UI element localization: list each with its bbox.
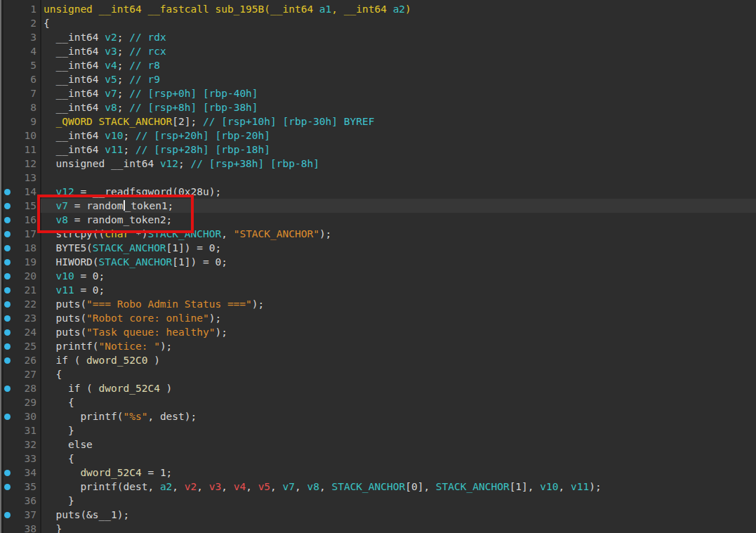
code-text[interactable]: puts(&s__1);: [37, 508, 129, 522]
code-text[interactable]: }: [37, 522, 62, 533]
code-line[interactable]: 24 puts("Task queue: healthy");: [0, 325, 756, 339]
code-text[interactable]: __int64 v10; // [rsp+20h] [rbp-20h]: [37, 129, 270, 143]
code-text[interactable]: v10 = 0;: [37, 269, 105, 283]
code-text[interactable]: else: [37, 437, 93, 452]
code-line[interactable]: 35 printf(dest, a2, v2, v3, v4, v5, v7, …: [0, 480, 756, 494]
code-token: v4: [105, 60, 117, 71]
code-token: v11: [105, 144, 123, 155]
breakpoint-dot-icon[interactable]: [4, 329, 11, 336]
code-text[interactable]: puts("Robot core: online");: [37, 311, 221, 325]
breakpoint-dot-icon[interactable]: [4, 414, 11, 420]
code-line[interactable]: 3 __int64 v2; // rdx: [0, 30, 756, 44]
code-text[interactable]: printf("Notice: ");: [37, 339, 172, 353]
code-text[interactable]: BYTE5(STACK_ANCHOR[1]) = 0;: [37, 241, 221, 255]
code-text[interactable]: HIWORD(STACK_ANCHOR[1]) = 0;: [37, 255, 227, 269]
code-line[interactable]: 9 _QWORD STACK_ANCHOR[2]; // [rsp+10h] […: [0, 114, 756, 129]
code-text[interactable]: printf("%s", dest);: [37, 409, 197, 423]
code-text[interactable]: __int64 v5; // r9: [37, 72, 160, 86]
breakpoint-dot-icon[interactable]: [4, 259, 11, 265]
code-line[interactable]: 13: [0, 171, 756, 185]
code-text[interactable]: _QWORD STACK_ANCHOR[2]; // [rsp+10h] [rb…: [37, 114, 374, 129]
code-line[interactable]: 11 __int64 v11; // [rsp+28h] [rbp-18h]: [0, 143, 756, 157]
code-line[interactable]: 37 puts(&s__1);: [0, 508, 756, 522]
code-line[interactable]: 8 __int64 v8; // [rsp+8h] [rbp-38h]: [0, 100, 756, 114]
breakpoint-dot-icon[interactable]: [4, 287, 11, 294]
code-text[interactable]: __int64 v8; // [rsp+8h] [rbp-38h]: [37, 100, 258, 114]
code-line[interactable]: 5 __int64 v4; // r8: [0, 58, 756, 72]
code-line[interactable]: 23 puts("Robot core: online");: [0, 311, 756, 325]
breakpoint-dot-icon[interactable]: [4, 273, 11, 279]
code-token: printf(: [44, 411, 124, 422]
code-text[interactable]: __int64 v2; // rdx: [37, 30, 166, 44]
breakpoint-dot-icon[interactable]: [4, 386, 11, 392]
code-text[interactable]: __int64 v4; // r8: [37, 58, 160, 72]
code-line[interactable]: 1unsigned __int64 __fastcall sub_195B(__…: [0, 2, 756, 16]
code-line[interactable]: 20 v10 = 0;: [0, 269, 756, 283]
code-text[interactable]: dword_52C4 = 1;: [37, 466, 172, 480]
breakpoint-dot-icon[interactable]: [4, 343, 11, 350]
code-text[interactable]: puts("=== Robo Admin Status ===");: [37, 297, 264, 311]
code-line[interactable]: 28 if ( dword_52C4 ): [0, 381, 756, 395]
code-line[interactable]: 33 {: [0, 452, 756, 466]
code-text[interactable]: if ( dword_52C0 ): [37, 353, 160, 367]
code-text[interactable]: v11 = 0;: [37, 283, 105, 297]
code-line[interactable]: 7 __int64 v7; // [rsp+0h] [rbp-40h]: [0, 86, 756, 100]
code-text[interactable]: __int64 v7; // [rsp+0h] [rbp-40h]: [37, 86, 258, 100]
code-text[interactable]: [37, 171, 44, 185]
code-text[interactable]: {: [37, 452, 74, 466]
breakpoint-dot-icon[interactable]: [4, 245, 11, 251]
code-line[interactable]: 30 printf("%s", dest);: [0, 409, 756, 423]
breakpoint-dot-icon[interactable]: [4, 231, 11, 237]
code-token: // r8: [129, 60, 160, 71]
code-text[interactable]: printf(dest, a2, v2, v3, v4, v5, v7, v8,…: [37, 480, 602, 494]
code-text[interactable]: unsigned __int64 v12; // [rsp+38h] [rbp-…: [37, 157, 319, 171]
breakpoint-dot-icon[interactable]: [4, 315, 11, 322]
code-line[interactable]: 18 BYTE5(STACK_ANCHOR[1]) = 0;: [0, 241, 756, 255]
code-line[interactable]: 22 puts("=== Robo Admin Status ===");: [0, 297, 756, 311]
code-line[interactable]: 34 dword_52C4 = 1;: [0, 466, 756, 480]
line-number: 27: [14, 367, 37, 381]
code-line[interactable]: 12 unsigned __int64 v12; // [rsp+38h] [r…: [0, 157, 756, 171]
code-line[interactable]: 6 __int64 v5; // r9: [0, 72, 756, 86]
code-line[interactable]: 19 HIWORD(STACK_ANCHOR[1]) = 0;: [0, 255, 756, 269]
code-text[interactable]: __int64 v11; // [rsp+28h] [rbp-18h]: [37, 143, 270, 157]
code-token: unsigned __int64 __fastcall sub_195B(__i…: [44, 4, 319, 15]
code-text[interactable]: __int64 v3; // rcx: [37, 44, 166, 58]
code-text[interactable]: {: [37, 367, 62, 381]
code-token: ,: [221, 481, 233, 492]
code-line[interactable]: 25 printf("Notice: ");: [0, 339, 756, 353]
code-text[interactable]: {: [37, 16, 50, 30]
code-line[interactable]: 4 __int64 v3; // rcx: [0, 44, 756, 58]
code-token: {: [44, 453, 74, 464]
breakpoint-dot-icon[interactable]: [4, 217, 11, 223]
code-line[interactable]: 31 }: [0, 423, 756, 437]
code-token: [44, 270, 55, 282]
code-token: ,: [197, 481, 208, 492]
code-line[interactable]: 21 v11 = 0;: [0, 283, 756, 297]
breakpoint-dot-icon[interactable]: [4, 470, 11, 476]
breakpoint-dot-icon[interactable]: [4, 357, 11, 364]
code-text[interactable]: }: [37, 423, 74, 437]
line-number: 10: [14, 129, 37, 143]
code-text[interactable]: unsigned __int64 __fastcall sub_195B(__i…: [37, 2, 411, 16]
code-text[interactable]: if ( dword_52C4 ): [37, 381, 172, 395]
code-line[interactable]: 27 {: [0, 367, 756, 381]
breakpoint-dot-icon[interactable]: [4, 512, 11, 518]
code-text[interactable]: puts("Task queue: healthy");: [37, 325, 227, 339]
breakpoint-dot-icon[interactable]: [4, 301, 11, 308]
code-line[interactable]: 10 __int64 v10; // [rsp+20h] [rbp-20h]: [0, 129, 756, 143]
breakpoint-dot-icon[interactable]: [4, 189, 11, 195]
breakpoint-dot-icon[interactable]: [4, 203, 11, 209]
line-number: 7: [14, 86, 37, 100]
breakpoint-dot-icon[interactable]: [4, 484, 11, 490]
code-line[interactable]: 38 }: [0, 522, 756, 533]
code-line[interactable]: 29 {: [0, 395, 756, 409]
code-area[interactable]: 1unsigned __int64 __fastcall sub_195B(__…: [0, 2, 756, 533]
code-token: printf(: [44, 341, 99, 352]
code-line[interactable]: 2{: [0, 16, 756, 30]
code-line[interactable]: 32 else: [0, 437, 756, 452]
code-text[interactable]: {: [37, 395, 74, 409]
code-line[interactable]: 26 if ( dword_52C0 ): [0, 353, 756, 367]
code-text[interactable]: }: [37, 494, 74, 508]
code-line[interactable]: 36 }: [0, 494, 756, 508]
